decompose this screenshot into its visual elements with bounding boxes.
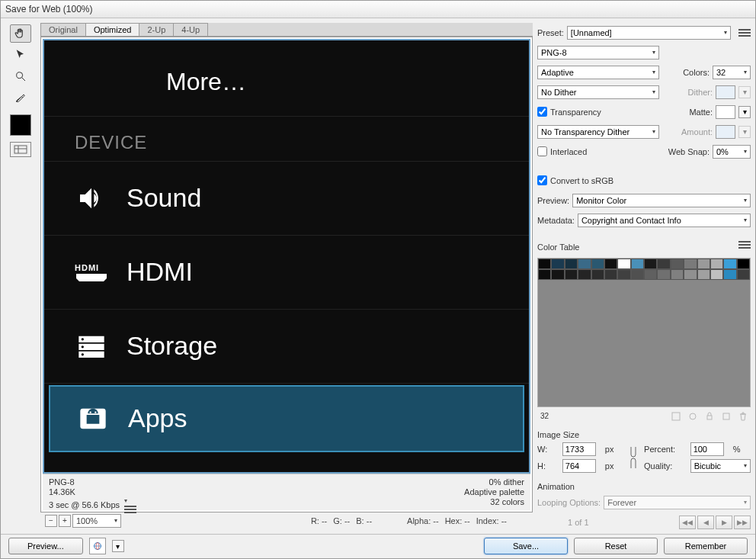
tab-4up[interactable]: 4-Up (173, 23, 208, 36)
optimize-menu[interactable] (738, 29, 751, 37)
reset-button[interactable]: Reset (574, 538, 658, 554)
color-swatch[interactable] (710, 259, 723, 269)
ct-trash-icon[interactable] (738, 412, 748, 421)
android-storage-row: Storage (44, 310, 529, 384)
interlaced-checkbox[interactable] (537, 146, 547, 156)
zoom-in-button[interactable]: + (59, 515, 71, 527)
color-swatch[interactable] (631, 269, 644, 280)
quality-select[interactable]: Bicubic▾ (690, 459, 751, 473)
websnap-select[interactable]: 0%▾ (713, 145, 751, 159)
zoom-level-select[interactable]: 100%▾ (72, 514, 121, 528)
color-swatch[interactable] (578, 259, 591, 269)
color-swatch[interactable] (644, 269, 657, 280)
color-swatch[interactable] (644, 259, 657, 269)
svg-point-13 (690, 413, 696, 419)
color-swatch[interactable] (657, 259, 670, 269)
color-swatch[interactable] (697, 269, 710, 280)
color-swatch[interactable] (565, 259, 578, 269)
color-table-label: Color Table (537, 243, 579, 252)
color-swatch[interactable] (604, 269, 617, 280)
color-swatch[interactable] (657, 269, 670, 280)
palette-select[interactable]: Adaptive▾ (537, 66, 659, 79)
preset-select[interactable]: [Unnamed]▾ (567, 26, 731, 40)
quality-label: Quality: (644, 461, 686, 471)
width-input[interactable] (562, 442, 596, 456)
matte-swatch[interactable] (716, 105, 735, 119)
color-swatch[interactable] (631, 259, 644, 269)
color-swatch[interactable] (684, 259, 697, 269)
color-swatch[interactable] (684, 269, 697, 280)
browser-preview-select[interactable] (89, 538, 106, 554)
color-swatch[interactable] (591, 259, 604, 269)
zoom-tool[interactable] (10, 67, 31, 85)
matte-dropdown[interactable]: ▾ (738, 106, 751, 118)
info-format: PNG-8 (49, 477, 136, 487)
preview-container: More… DEVICE Sound HDMI HDMI Storage (40, 37, 533, 512)
info-palette: Adaptive palette (464, 487, 524, 496)
metadata-select[interactable]: Copyright and Contact Info▾ (578, 214, 751, 227)
color-swatch[interactable] (591, 269, 604, 280)
trans-dither-amount (716, 125, 735, 139)
hdmi-icon: HDMI (75, 255, 108, 289)
color-swatch[interactable] (538, 269, 551, 280)
format-select[interactable]: PNG-8▾ (537, 46, 659, 59)
tab-2up[interactable]: 2-Up (139, 23, 174, 36)
color-swatch[interactable] (617, 259, 630, 269)
percent-input[interactable] (690, 442, 724, 456)
color-table-menu[interactable] (738, 241, 751, 249)
ct-icon-2[interactable] (688, 412, 697, 421)
hand-tool[interactable] (10, 24, 31, 43)
preview-button[interactable]: Preview... (8, 538, 83, 554)
color-swatch[interactable] (551, 259, 564, 269)
zoom-out-button[interactable]: − (45, 515, 57, 527)
looping-label: Looping Options: (537, 498, 601, 507)
status-b: B: -- (356, 516, 372, 525)
color-swatch[interactable] (617, 269, 630, 280)
color-swatch[interactable] (697, 259, 710, 269)
timing-menu[interactable] (124, 497, 136, 513)
color-swatch[interactable] (671, 269, 684, 280)
animation-label: Animation (537, 482, 751, 491)
colors-select[interactable]: 32▾ (713, 66, 751, 79)
link-icon[interactable] (629, 444, 638, 471)
save-button[interactable]: Save... (484, 538, 568, 554)
color-table[interactable] (537, 258, 751, 407)
frame-counter: 1 of 1 (568, 518, 589, 527)
color-swatch[interactable] (723, 269, 736, 280)
svg-rect-12 (672, 413, 680, 420)
toggle-slices-visibility[interactable] (10, 142, 31, 157)
ct-icon-1[interactable] (671, 412, 681, 421)
interlaced-label: Interlaced (550, 147, 587, 156)
transparency-dither-select[interactable]: No Transparency Dither▾ (537, 125, 659, 139)
color-swatch[interactable] (565, 269, 578, 280)
transparency-checkbox[interactable] (537, 107, 547, 117)
eyedropper-icon (14, 92, 27, 104)
android-hdmi-row: HDMI HDMI (44, 236, 529, 310)
eyedropper-tool[interactable] (10, 88, 31, 107)
tab-optimized[interactable]: Optimized (85, 23, 140, 36)
status-index: Index: -- (476, 516, 507, 525)
sound-icon (75, 182, 108, 215)
color-swatch[interactable] (604, 259, 617, 269)
color-swatch[interactable] (737, 269, 750, 280)
dither-mode-select[interactable]: No Dither▾ (537, 85, 659, 99)
preview-canvas[interactable]: More… DEVICE Sound HDMI HDMI Storage (43, 39, 530, 474)
height-input[interactable] (562, 459, 596, 473)
color-swatch[interactable] (538, 259, 551, 269)
eyedropper-color-swatch[interactable] (10, 114, 31, 136)
ct-lock-icon[interactable] (705, 412, 714, 421)
remember-button[interactable]: Remember (664, 538, 748, 554)
color-swatch[interactable] (578, 269, 591, 280)
slice-select-tool[interactable] (10, 46, 31, 64)
color-table-count: 32 (540, 412, 549, 420)
color-swatch[interactable] (671, 259, 684, 269)
color-swatch[interactable] (737, 259, 750, 269)
color-swatch[interactable] (551, 269, 564, 280)
color-swatch[interactable] (710, 269, 723, 280)
browser-dropdown[interactable]: ▾ (112, 540, 124, 552)
preview-profile-select[interactable]: Monitor Color▾ (572, 194, 751, 207)
color-swatch[interactable] (723, 259, 736, 269)
convert-srgb-checkbox[interactable] (537, 175, 547, 185)
ct-new-icon[interactable] (722, 412, 731, 421)
tab-original[interactable]: Original (40, 23, 86, 36)
